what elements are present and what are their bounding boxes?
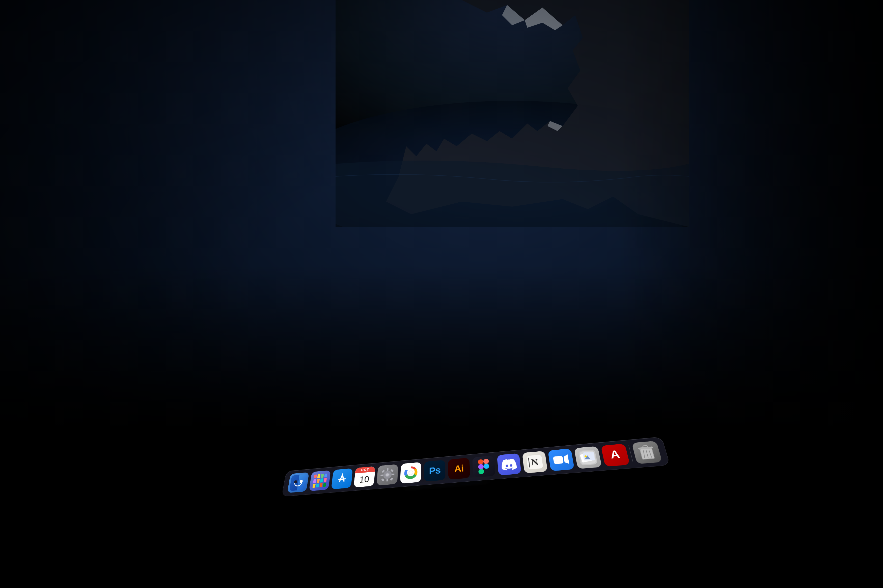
lp-dot bbox=[324, 478, 327, 482]
finder-smile bbox=[294, 482, 302, 487]
appstore-icon: A bbox=[334, 471, 349, 486]
lp-dot bbox=[316, 483, 319, 488]
svg-text:N: N bbox=[531, 457, 539, 468]
trash-icon bbox=[637, 444, 657, 461]
dock-separator bbox=[629, 446, 633, 462]
calendar-day: 10 bbox=[354, 471, 375, 488]
calendar-month: OCT bbox=[361, 468, 369, 472]
svg-rect-18 bbox=[478, 459, 484, 465]
zoom-icon bbox=[551, 452, 571, 468]
dock-item-launchpad[interactable] bbox=[309, 470, 331, 491]
acrobat-icon: A bbox=[605, 447, 626, 464]
dock-item-discord[interactable] bbox=[497, 453, 522, 476]
dock-item-preview[interactable] bbox=[574, 446, 602, 469]
photoshop-label: Ps bbox=[429, 465, 440, 477]
lp-dot bbox=[317, 474, 320, 478]
dock-item-zoom[interactable] bbox=[548, 448, 575, 471]
dock-item-chrome[interactable] bbox=[400, 462, 421, 484]
lp-dot bbox=[320, 474, 324, 478]
lp-dot bbox=[320, 478, 323, 482]
sysprefs-icon bbox=[379, 466, 396, 483]
svg-rect-22 bbox=[478, 469, 484, 474]
svg-rect-19 bbox=[483, 459, 489, 464]
dock-item-finder[interactable] bbox=[287, 472, 309, 493]
svg-rect-20 bbox=[478, 464, 484, 470]
svg-rect-6 bbox=[381, 475, 383, 476]
dock-item-sysprefs[interactable] bbox=[377, 464, 398, 486]
svg-rect-27 bbox=[553, 456, 564, 464]
dock-item-illustrator[interactable]: Ai bbox=[448, 458, 470, 480]
svg-rect-7 bbox=[391, 474, 394, 475]
finder-icon bbox=[289, 474, 307, 491]
dock-item-figma[interactable] bbox=[472, 455, 496, 478]
lp-dot bbox=[317, 479, 320, 483]
lp-dot bbox=[323, 483, 326, 487]
dock-item-trash[interactable] bbox=[632, 441, 662, 464]
figma-icon bbox=[478, 459, 490, 474]
lp-dot bbox=[313, 479, 316, 483]
dock-item-photoshop[interactable]: Ps bbox=[424, 460, 445, 482]
desktop-background bbox=[0, 0, 883, 588]
dock-item-acrobat[interactable]: A bbox=[601, 444, 630, 467]
lp-dot bbox=[314, 474, 317, 478]
lp-dot bbox=[312, 484, 316, 488]
calendar-icon: OCT 10 bbox=[354, 466, 375, 488]
launchpad-icon bbox=[311, 472, 329, 489]
illustrator-label: Ai bbox=[454, 463, 464, 474]
svg-rect-5 bbox=[387, 479, 388, 482]
wallpaper-rocks bbox=[335, 0, 689, 227]
discord-icon bbox=[501, 456, 518, 472]
svg-rect-10 bbox=[381, 478, 385, 482]
lp-dot bbox=[319, 483, 323, 487]
dock-item-appstore[interactable]: A bbox=[331, 468, 353, 489]
svg-rect-43 bbox=[642, 446, 648, 448]
svg-rect-11 bbox=[390, 478, 393, 481]
svg-rect-4 bbox=[387, 468, 388, 471]
dock-item-notion[interactable]: N bbox=[522, 451, 548, 473]
lp-dot bbox=[324, 474, 327, 478]
svg-rect-9 bbox=[391, 469, 394, 472]
svg-point-21 bbox=[483, 464, 489, 469]
dock-item-calendar[interactable]: OCT 10 bbox=[354, 466, 375, 488]
preview-icon bbox=[578, 449, 598, 465]
notion-icon: N bbox=[526, 454, 543, 470]
chrome-icon bbox=[400, 462, 421, 484]
svg-text:A: A bbox=[338, 474, 345, 484]
